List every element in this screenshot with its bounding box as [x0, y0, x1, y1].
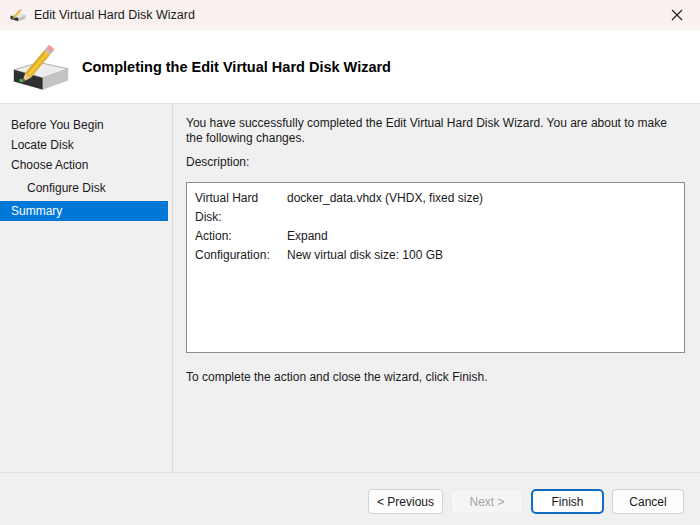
wizard-body: Before You Begin Locate Disk Choose Acti… — [0, 104, 700, 472]
description-row-value: New virtual disk size: 100 GB — [287, 246, 676, 265]
description-label: Description: — [186, 155, 685, 169]
titlebar: Edit Virtual Hard Disk Wizard — [0, 0, 700, 30]
sidebar-item-before-you-begin[interactable]: Before You Begin — [0, 115, 168, 135]
description-box[interactable]: Virtual Hard Disk: docker_data.vhdx (VHD… — [186, 182, 685, 353]
description-row-action: Action: Expand — [195, 227, 676, 246]
intro-text: You have successfully completed the Edit… — [186, 116, 685, 146]
next-button[interactable]: Next > — [451, 489, 523, 514]
description-row-configuration: Configuration: New virtual disk size: 10… — [195, 246, 676, 265]
finish-button[interactable]: Finish — [531, 489, 604, 514]
cancel-button[interactable]: Cancel — [612, 489, 684, 514]
summary-page: You have successfully completed the Edit… — [173, 104, 700, 472]
description-row-virtual-hard-disk: Virtual Hard Disk: docker_data.vhdx (VHD… — [195, 189, 676, 227]
sidebar-item-choose-action[interactable]: Choose Action — [0, 155, 168, 175]
description-row-value: docker_data.vhdx (VHDX, fixed size) — [287, 189, 676, 227]
page-title: Completing the Edit Virtual Hard Disk Wi… — [82, 59, 391, 75]
wizard-header: Completing the Edit Virtual Hard Disk Wi… — [0, 30, 700, 104]
finish-instruction: To complete the action and close the wiz… — [186, 370, 685, 384]
wizard-window: Edit Virtual Hard Disk Wizard — [0, 0, 700, 525]
sidebar-item-configure-disk[interactable]: Configure Disk — [0, 178, 168, 198]
description-row-label: Virtual Hard Disk: — [195, 189, 287, 227]
sidebar-item-summary[interactable]: Summary — [0, 201, 168, 221]
edit-disk-icon — [10, 7, 26, 23]
disk-pencil-icon — [12, 39, 70, 95]
previous-button[interactable]: < Previous — [368, 489, 443, 514]
button-bar: < Previous Next > Finish Cancel — [0, 472, 700, 525]
description-row-label: Configuration: — [195, 246, 287, 265]
description-row-label: Action: — [195, 227, 287, 246]
close-icon — [671, 9, 683, 21]
wizard-steps-nav: Before You Begin Locate Disk Choose Acti… — [0, 104, 173, 472]
description-row-value: Expand — [287, 227, 676, 246]
close-button[interactable] — [654, 0, 700, 30]
window-title: Edit Virtual Hard Disk Wizard — [34, 8, 195, 22]
sidebar-item-locate-disk[interactable]: Locate Disk — [0, 135, 168, 155]
